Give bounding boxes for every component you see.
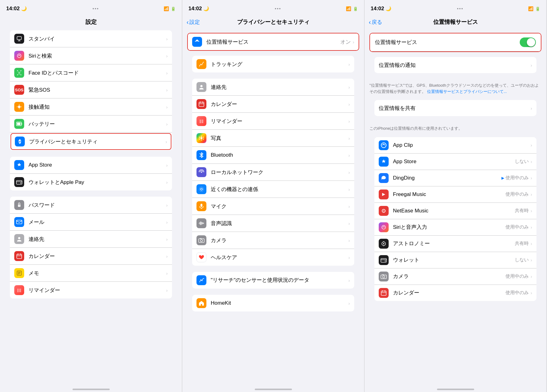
privacy-item-localnet[interactable]: ローカルネットワーク › [192,164,354,181]
priv-speech-icon [196,218,206,228]
priv-mic-label: マイク [211,203,348,210]
privacy-item-tracking[interactable]: トラッキング › [192,56,354,72]
location-app-siri[interactable]: Siriと音声入力 使用中のみ › [374,219,536,236]
netease-chevron: › [531,208,532,213]
privacy-item-photos[interactable]: 写真 › [192,130,354,147]
svg-point-80 [385,260,386,261]
priv-localnet-icon [196,167,206,177]
tracking-chevron: › [348,62,350,67]
location-app-appclip[interactable]: App Clip › [374,137,536,154]
wifi-icon-3: 📶 [528,6,533,11]
svg-point-4 [18,72,19,72]
priv-photos-label: 写真 [211,135,348,142]
settings-item-wallet[interactable]: ウォレットとApple Pay › [10,174,172,190]
priv-nearby-chevron: › [348,187,350,192]
settings-item-contacts[interactable]: 連絡先 › [10,231,172,248]
scroll-area-2[interactable]: 位置情報サービス オン › トラッキング › [182,30,364,385]
location-notify-item[interactable]: 位置情報の通知 › [374,57,536,73]
nav-back-2[interactable]: ‹ 設定 [187,19,200,26]
privacy-item-health[interactable]: ヘルスケア › [192,249,354,266]
faceid-icon [14,68,24,78]
priv-contacts-chevron: › [348,85,350,90]
svg-rect-0 [17,37,21,40]
settings-item-exposure[interactable]: 接触通知 › [10,98,172,115]
settings-item-faceid[interactable]: Face IDとパスコード › [10,64,172,81]
settings-item-privacy[interactable]: プライバシーとセキュリティ › [11,133,171,150]
location-desc-link[interactable]: 位置情報サービスとプライバシーについて... [427,89,507,94]
scroll-area-1[interactable]: スタンバイ › Siriと検索 › Face IDとパスコード [0,30,182,385]
location-app-dingding[interactable]: DingDing ▶ 使用中のみ › [374,170,536,186]
svg-point-48 [201,136,202,137]
privacy-item-camera[interactable]: カメラ › [192,232,354,249]
settings-item-battery[interactable]: バッテリー › [10,115,172,133]
appclip-chevron: › [531,142,532,148]
loc-camera-status: 使用中のみ [505,273,529,279]
settings-item-standby[interactable]: スタンバイ › [10,30,172,47]
settings-item-appstore[interactable]: App Store › [10,157,172,174]
status-icons-3: 📶 🔋 [528,6,540,11]
contacts-chevron: › [166,237,168,242]
privacy-item-calendar[interactable]: カレンダー › [192,96,354,113]
dingding-status: 使用中のみ [505,175,529,181]
nav-back-3[interactable]: ‹ 戻る [369,19,382,26]
wallet-icon [14,177,24,187]
location-share-item[interactable]: 位置情報を共有 › [374,100,536,116]
location-app-calendar[interactable]: カレンダー 使用中のみ › [374,285,536,301]
privacy-item-location[interactable]: 位置情報サービス オン › [188,33,359,50]
loc-siri-chevron: › [531,224,532,230]
privacy-item-mic[interactable]: マイク › [192,198,354,215]
location-app-appstore[interactable]: App Store しない › [374,154,536,170]
priv-health-icon [196,252,206,262]
privacy-item-nearby[interactable]: 近くの機器との連係 › [192,181,354,198]
settings-item-sos[interactable]: SOS 緊急SOS › [10,81,172,98]
privacy-item-bluetooth[interactable]: Bluetooth › [192,147,354,164]
settings-item-calendar[interactable]: カレンダー › [10,248,172,265]
location-toggle-row[interactable]: 位置情報サービス [370,33,541,51]
svg-point-30 [18,289,19,290]
location-app-astronomy[interactable]: アストロノミー 共有時 › [374,236,536,252]
location-app-camera[interactable]: カメラ 使用中のみ › [374,268,536,285]
svg-point-75 [383,243,384,244]
privacy-item-research[interactable]: "リサーチ"のセンサーと使用状況のデータ › [192,272,354,289]
priv-nearby-label: 近くの機器との連係 [211,186,348,193]
svg-point-7 [18,106,20,108]
privacy-item-contacts[interactable]: 連絡先 › [192,79,354,96]
privacy-item-speech[interactable]: 音声認識 › [192,215,354,232]
settings-item-reminder[interactable]: リマインダー › [10,282,172,298]
location-chevron: › [353,39,354,45]
settings-item-mail[interactable]: メール › [10,214,172,231]
svg-rect-67 [200,238,201,239]
location-app-netease[interactable]: NetEase Music 共有時 › [374,203,536,219]
priv-homekit-label: HomeKit [211,300,348,306]
svg-rect-13 [21,123,22,125]
nav-title-1: 設定 [86,18,97,26]
wifi-icon-1: 📶 [164,6,169,11]
scroll-area-3[interactable]: 位置情報サービス 位置情報の通知 › "位置情報サービス"では、GPS、Blue… [364,30,546,385]
loc-wallet-chevron: › [531,257,532,263]
priv-bluetooth-label: Bluetooth [211,152,348,158]
memo-chevron: › [166,271,168,276]
priv-calendar-icon [196,99,206,109]
location-toggle-label: 位置情報サービス [375,39,520,46]
home-indicator-1 [0,385,182,392]
priv-homekit-chevron: › [348,301,350,306]
svg-point-43 [200,122,201,123]
settings-item-memo[interactable]: メモ › [10,265,172,282]
privacy-item-reminders[interactable]: リマインダー › [192,113,354,130]
settings-item-password[interactable]: パスワード › [10,197,172,214]
calendar-label-1: カレンダー [29,253,166,260]
loc-appstore-name: App Store [393,159,515,165]
svg-rect-84 [381,291,386,295]
settings-item-siri[interactable]: Siriと検索 › [10,47,172,64]
panel-settings: 14:02 🌙 📶 🔋 設定 スタンバイ › [0,0,182,392]
location-toggle[interactable] [520,37,536,47]
location-app-wallet[interactable]: ウォレット しない › [374,252,536,268]
status-bar-1: 14:02 🌙 📶 🔋 [0,0,182,15]
privacy-item-homekit[interactable]: HomeKit › [192,295,354,311]
freegal-icon [379,189,389,199]
location-apps-section: App Clip › App Store しない › [374,137,536,301]
priv-health-chevron: › [348,255,350,260]
location-app-freegal[interactable]: Freegal Music 使用中のみ › [374,186,536,203]
astronomy-status: 共有時 [515,241,529,246]
priv-reminders-chevron: › [348,119,350,124]
